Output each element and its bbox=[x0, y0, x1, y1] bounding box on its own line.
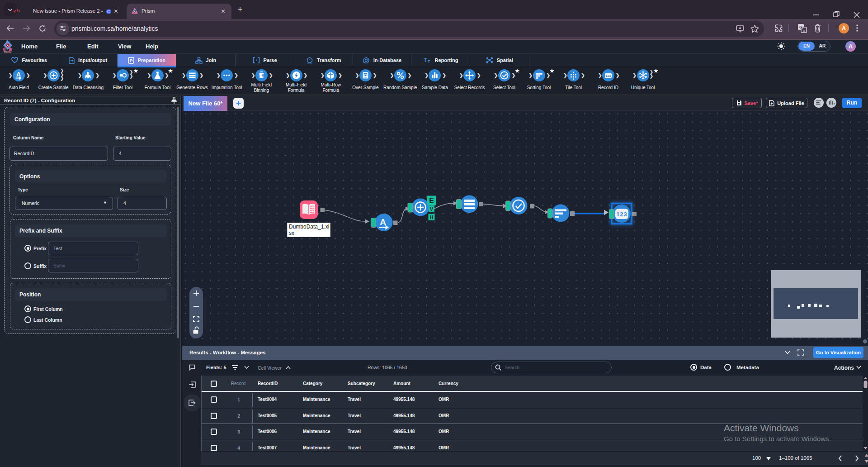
svg-text:E: E bbox=[429, 197, 434, 205]
svg-text:G: G bbox=[799, 25, 802, 29]
svg-text:PRISM: PRISM bbox=[4, 51, 12, 53]
svg-text:123: 123 bbox=[616, 211, 627, 218]
svg-text:sx: sx bbox=[289, 230, 294, 236]
svg-text:DumboData_1.xl: DumboData_1.xl bbox=[289, 224, 329, 230]
svg-text:H: H bbox=[430, 214, 434, 220]
svg-text:P: P bbox=[130, 58, 133, 63]
svg-text:T: T bbox=[424, 57, 427, 63]
svg-text:V: V bbox=[430, 206, 434, 212]
svg-text:A: A bbox=[16, 71, 21, 78]
svg-text:123: 123 bbox=[605, 74, 611, 78]
svg-text:T: T bbox=[428, 59, 430, 63]
svg-text:x: x bbox=[803, 29, 805, 33]
svg-text:A: A bbox=[380, 217, 386, 227]
